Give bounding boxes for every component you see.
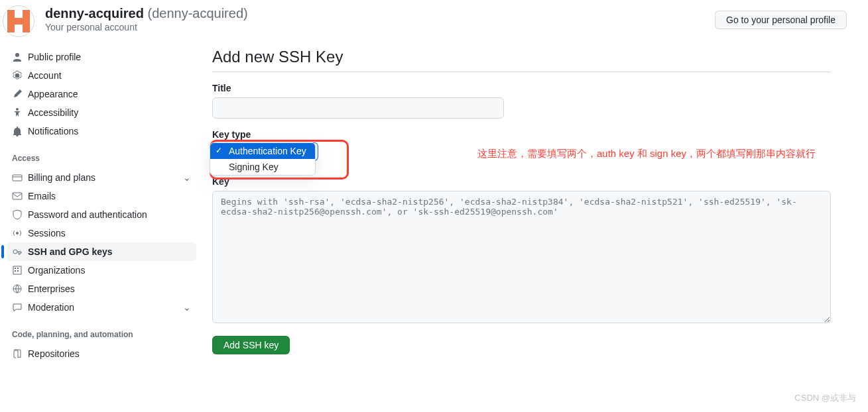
dropdown-option-signing[interactable]: Signing Key: [210, 159, 315, 175]
sidebar-item-appearance[interactable]: Appearance: [7, 85, 196, 103]
sidebar-item-label: Emails: [28, 191, 56, 201]
main-content: Add new SSH Key Title Key type Authentic…: [212, 48, 868, 363]
title-label: Title: [212, 83, 831, 93]
sidebar-item-label: Appearance: [28, 89, 78, 99]
sidebar-item-notifications[interactable]: Notifications: [7, 122, 196, 140]
svg-rect-10: [17, 270, 19, 272]
svg-rect-9: [15, 270, 16, 272]
mail-icon: [12, 191, 23, 201]
sidebar-item-label: Moderation: [28, 302, 74, 313]
sidebar-item-label: Repositories: [28, 348, 80, 359]
chevron-down-icon: ⌄: [183, 172, 191, 183]
svg-point-5: [13, 250, 17, 254]
sidebar-item-emails[interactable]: Emails: [7, 187, 196, 205]
sidebar-item-label: Sessions: [28, 228, 66, 238]
avatar[interactable]: [3, 5, 34, 37]
svg-point-4: [16, 232, 19, 234]
sidebar-item-label: Password and authentication: [28, 209, 147, 220]
sidebar-item-label: Accessibility: [28, 107, 78, 118]
page-header: denny-acquired (denny-acquired) Your per…: [0, 0, 868, 48]
title-input[interactable]: [212, 97, 504, 119]
sidebar-item-ssh-and-gpg-keys[interactable]: SSH and GPG keys: [7, 242, 196, 261]
add-ssh-key-button[interactable]: Add SSH key: [212, 336, 290, 354]
nav-group-access: Access: [7, 148, 196, 168]
header-title: denny-acquired (denny-acquired): [45, 5, 704, 22]
sidebar-item-label: Account: [28, 70, 62, 81]
svg-rect-1: [13, 175, 22, 181]
org-icon: [12, 265, 23, 276]
sidebar-item-password-and-authentication[interactable]: Password and authentication: [7, 205, 196, 224]
sidebar-item-repositories[interactable]: Repositories: [7, 344, 196, 363]
sidebar-item-organizations[interactable]: Organizations: [7, 261, 196, 280]
username: denny-acquired: [45, 6, 144, 21]
page-title: Add new SSH Key: [212, 48, 831, 72]
comment-icon: [12, 302, 23, 313]
a11y-icon: [12, 107, 23, 118]
header-subtitle: Your personal account: [45, 22, 704, 32]
nav-group-code: Code, planning, and automation: [7, 325, 196, 344]
sidebar-item-label: SSH and GPG keys: [28, 246, 113, 257]
svg-rect-8: [17, 268, 19, 269]
gear-icon: [12, 70, 23, 81]
sidebar-item-label: Notifications: [28, 126, 78, 136]
keytype-label: Key type: [212, 129, 831, 140]
svg-rect-3: [13, 193, 22, 199]
sidebar-item-accessibility[interactable]: Accessibility: [7, 103, 196, 122]
broadcast-icon: [12, 228, 23, 238]
card-icon: [12, 172, 23, 183]
sidebar-item-label: Organizations: [28, 265, 85, 276]
keytype-dropdown-menu: Authentication Key Signing Key: [210, 142, 316, 176]
user-handle: (denny-acquired): [147, 6, 247, 21]
sidebar-item-billing-and-plans[interactable]: Billing and plans⌄: [7, 168, 196, 187]
settings-sidebar: Public profileAccountAppearanceAccessibi…: [0, 48, 196, 363]
sidebar-item-public-profile[interactable]: Public profile: [7, 48, 196, 66]
sidebar-item-label: Public profile: [28, 52, 81, 62]
key-label: Key: [212, 176, 831, 187]
go-to-profile-button[interactable]: Go to your personal profile: [715, 11, 847, 29]
sidebar-item-enterprises[interactable]: Enterprises: [7, 280, 196, 298]
shield-icon: [12, 209, 23, 220]
svg-point-0: [16, 108, 19, 111]
sidebar-item-label: Billing and plans: [28, 172, 95, 183]
key-icon: [12, 246, 23, 257]
sidebar-item-sessions[interactable]: Sessions: [7, 224, 196, 242]
key-textarea[interactable]: [212, 191, 831, 323]
repo-icon: [12, 348, 23, 359]
sidebar-item-label: Enterprises: [28, 283, 75, 294]
annotation-text: 这里注意，需要填写两个，auth key 和 sign key，两个都填写刚那串…: [477, 148, 816, 160]
sidebar-item-account[interactable]: Account: [7, 66, 196, 85]
globe-icon: [12, 283, 23, 294]
brush-icon: [12, 89, 23, 99]
sidebar-item-moderation[interactable]: Moderation⌄: [7, 298, 196, 317]
person-icon: [12, 52, 23, 62]
dropdown-option-auth[interactable]: Authentication Key: [210, 143, 315, 159]
svg-rect-7: [15, 268, 16, 269]
bell-icon: [12, 126, 23, 136]
chevron-down-icon: ⌄: [183, 302, 191, 313]
